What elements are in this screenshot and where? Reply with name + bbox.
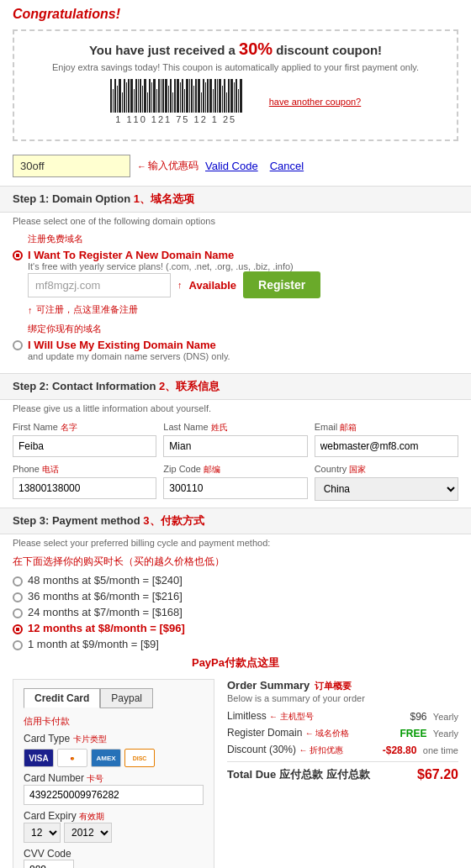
cvv-field: CVV Code 卡片验证码（卡背面后3位数字） [24, 848, 204, 868]
card-expiry-field: Card Expiry 有效期 12 2012 [24, 810, 204, 843]
step2-header: Step 2: Contact Information 2、联系信息 [0, 373, 471, 400]
option1-label[interactable]: I Want To Register A New Domain Name It'… [13, 249, 458, 271]
email-input[interactable] [315, 435, 458, 457]
card-number-input[interactable] [24, 785, 204, 805]
card-expiry-label: Card Expiry 有效期 [24, 810, 204, 823]
billing-annotation: 在下面选择你的购买时长（买的越久价格也低） [13, 555, 458, 569]
visa-logo: VISA [24, 749, 54, 767]
billing-label-4: 1 month at $9/month = [$9] [28, 638, 159, 650]
register-annotation-arrow: ↑ [28, 305, 33, 315]
contact-grid: First Name 名字 Last Name 姓氏 Email 邮箱 Phon… [0, 415, 471, 508]
order-row-limitless: Limitless ← 主机型号 $96 Yearly [227, 710, 458, 723]
step1-header: Step 1: Domain Option 1、域名选项 [0, 186, 471, 213]
total-label: Total Due [227, 768, 276, 781]
order-item-value-2: -$28.80 [383, 744, 417, 756]
billing-radio-0[interactable] [13, 576, 23, 587]
cancel-link[interactable]: Cancel [270, 160, 304, 172]
zip-input[interactable] [163, 477, 307, 499]
domain-input-row: ↑ Available Register [28, 271, 458, 298]
order-row-discount: Discount (30%) ← 折扣优惠 -$28.80 one time [227, 744, 458, 756]
coupon-input[interactable] [13, 155, 130, 177]
billing-radio-1[interactable] [13, 592, 23, 602]
order-summary-title: Order Summary [227, 679, 310, 692]
discount-percent: 30% [239, 39, 273, 58]
cvv-input[interactable] [24, 860, 74, 868]
domain-options: 注册免费域名 I Want To Register A New Domain N… [0, 228, 471, 373]
first-name-field: First Name 名字 [13, 422, 156, 457]
register-button[interactable]: Register [243, 271, 320, 298]
billing-options: 在下面选择你的购买时长（买的越久价格也低） 48 months at $5/mo… [0, 550, 471, 679]
credit-card-tab[interactable]: Credit Card [24, 688, 100, 708]
congratulations-title: Congratulations! [13, 7, 458, 22]
coupon-input-row: ← 输入优惠码 Valid Code Cancel [0, 150, 471, 186]
barcode: 1 110 121 75 12 1 25 have another coupon… [27, 79, 444, 124]
expiry-year-select[interactable]: 2012 [64, 823, 112, 843]
email-field: Email 邮箱 [315, 422, 458, 457]
order-item-freq-2: one time [423, 745, 458, 755]
option2-radio[interactable] [13, 340, 23, 350]
total-annotation: 应付总款 [279, 768, 323, 781]
phone-field: Phone 电话 [13, 464, 156, 501]
step3-label: Step 3: Payment method [13, 514, 140, 527]
order-summary-annotation: 订单概要 [315, 680, 352, 692]
available-arrow-icon: ↑ [177, 280, 183, 290]
step2-sub: Please give us a little information abou… [0, 400, 471, 415]
order-row-domain: Register Domain ← 域名价格 FREE Yearly [227, 727, 458, 739]
domain-input[interactable] [28, 273, 171, 297]
option1-annotation: 注册免费域名 [28, 233, 458, 245]
step3-sub: Please select your preferred billing cyc… [0, 534, 471, 550]
first-name-label: First Name 名字 [13, 422, 156, 434]
expiry-month-select[interactable]: 12 [24, 823, 61, 843]
first-name-input[interactable] [13, 435, 156, 457]
coupon-annotation-text: 输入优惠码 [148, 159, 198, 173]
arrow-right-icon: ← [137, 161, 146, 171]
paypal-annotation: PayPa付款点这里 [13, 655, 458, 671]
coupon-sub: Enjoy extra savings today! This coupon i… [27, 62, 444, 72]
billing-option-2: 24 months at $7/month = [$168] [13, 606, 458, 618]
billing-option-4: 1 month at $9/month = [$9] [13, 638, 458, 650]
order-item-annotation-0: ← 主机型号 [269, 712, 314, 721]
payment-tabs: Credit Card Paypal [24, 688, 204, 708]
option2-sub: and update my domain name servers (DNS) … [28, 351, 230, 361]
billing-radio-4[interactable] [13, 640, 23, 650]
country-select[interactable]: China [315, 477, 458, 501]
card-logos: VISA ●● AMEX DISC [24, 749, 204, 767]
barcode-image [110, 79, 242, 113]
step1-annotation: 1、域名选项 [134, 192, 194, 205]
last-name-field: Last Name 姓氏 [163, 422, 307, 457]
mastercard-logo: ●● [57, 749, 87, 767]
email-label: Email 邮箱 [315, 422, 458, 434]
billing-radio-2[interactable] [13, 608, 23, 618]
coupon-desc-text: discount coupon! [276, 43, 382, 57]
credit-card-section: Credit Card Paypal 信用卡付款 Card Type 卡片类型 … [13, 679, 214, 868]
billing-option-3: 12 months at $8/month = [$96] [13, 622, 458, 634]
option1-title: I Want To Register A New Domain Name [28, 249, 294, 261]
order-item-name-1: Register Domain [227, 727, 302, 739]
option2-label[interactable]: I Will Use My Existing Domain Name and u… [13, 339, 458, 361]
domain-option-new: 注册免费域名 I Want To Register A New Domain N… [13, 233, 458, 316]
order-item-annotation-1: ← 域名价格 [305, 729, 350, 738]
last-name-label: Last Name 姓氏 [163, 422, 307, 434]
domain-option-existing: 绑定你现有的域名 I Will Use My Existing Domain N… [13, 323, 458, 361]
country-label: Country 国家 [315, 464, 458, 476]
cvv-label: CVV Code [24, 848, 204, 860]
coupon-headline: You have just received a 30% discount co… [27, 39, 444, 59]
option1-radio[interactable] [13, 250, 23, 260]
valid-code-link[interactable]: Valid Code [205, 160, 258, 172]
order-summary-sub: Below is a summary of your order [227, 693, 458, 703]
congratulations-header: Congratulations! [0, 0, 471, 25]
card-type-label: Card Type 卡片类型 [24, 733, 204, 745]
order-item-value-0: $96 [410, 711, 426, 723]
available-badge: Available [189, 279, 237, 292]
coupon-box: You have just received a 30% discount co… [13, 29, 458, 141]
coupon-arrow-annotation: ← 输入优惠码 [137, 159, 198, 173]
have-another-coupon-link[interactable]: have another coupon? [269, 97, 361, 107]
paypal-tab[interactable]: Paypal [100, 688, 153, 708]
phone-input[interactable] [13, 477, 156, 499]
billing-radio-3[interactable] [13, 624, 23, 634]
order-item-name-2: Discount (30%) [227, 744, 296, 755]
card-number-label: Card Number 卡号 [24, 772, 204, 785]
step1-sub: Please select one of the following domai… [0, 213, 471, 228]
last-name-input[interactable] [163, 435, 307, 457]
total-annotation-text: 应付总款 [326, 768, 370, 781]
